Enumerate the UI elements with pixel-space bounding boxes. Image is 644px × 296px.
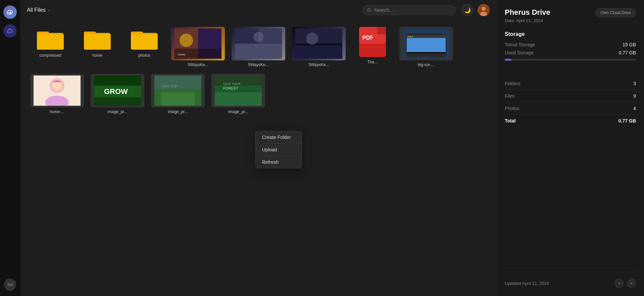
svg-text:PDF: PDF	[362, 35, 373, 41]
main-content: All Files › 🌙	[20, 0, 496, 296]
panel-nav-buttons: ‹ ›	[614, 279, 636, 288]
search-input[interactable]	[374, 7, 451, 13]
folder-photos[interactable]: photos	[124, 27, 164, 67]
search-bar	[362, 5, 456, 15]
svg-point-0	[9, 12, 11, 14]
stats-files-value: 9	[633, 93, 636, 99]
context-menu-create-folder[interactable]: Create Folder	[255, 131, 302, 143]
panel-drive-info: Pherus Drive Date: April 21, 2024	[505, 8, 550, 23]
svg-point-38	[411, 36, 413, 37]
panel-header: Pherus Drive Date: April 21, 2024 Own Cl…	[505, 8, 636, 23]
own-cloud-badge[interactable]: Own Cloud Drive	[595, 8, 636, 17]
stats-photos-row: Photos 4	[505, 102, 636, 115]
svg-text:Comic: Comic	[178, 53, 186, 56]
svg-point-37	[409, 36, 411, 37]
panel-date: Date: April 21, 2024	[505, 18, 550, 23]
image-5wayske-1[interactable]: Comic 5WaysKe...	[171, 27, 225, 67]
stats-photos-label: Photos	[505, 106, 519, 111]
panel-drive-name: Pherus Drive	[505, 8, 550, 17]
image-home-girl-label: home-...	[50, 109, 64, 114]
panel-prev-button[interactable]: ‹	[614, 279, 624, 288]
storage-used-label: Used Storage	[505, 50, 534, 55]
storage-total-value: 15 GB	[623, 42, 636, 47]
storage-bar-fill	[505, 59, 511, 61]
folder-photos-label: photos	[138, 53, 150, 58]
file-area: compressed home photos	[20, 20, 496, 296]
folder-home[interactable]: home	[77, 27, 117, 67]
svg-rect-55	[215, 92, 262, 106]
svg-rect-22	[235, 44, 282, 59]
image-forest[interactable]: SAVE YOUR FOREST image_pr...	[211, 74, 265, 114]
folder-photos-icon	[131, 27, 158, 50]
image-forest-thumb: SAVE YOUR FOREST	[211, 74, 265, 107]
svg-rect-58	[215, 76, 262, 86]
panel-updated-text: Updated April 21, 2024	[505, 281, 549, 286]
topbar: All Files › 🌙	[20, 0, 496, 20]
svg-rect-27	[295, 45, 342, 59]
image-grow-label: image_pr...	[107, 109, 127, 114]
storage-section: Storage Totoal Storage 15 GB Used Storag…	[505, 31, 636, 67]
folder-home-icon	[84, 27, 111, 50]
storage-title: Storage	[505, 31, 636, 37]
sidebar-version-badge: 2x1	[4, 279, 16, 291]
image-big-sur-label: big-sur-...	[418, 62, 435, 67]
pdf-icon: PDF	[359, 27, 386, 57]
image-forest-label: image_pr...	[228, 109, 248, 114]
context-menu-upload[interactable]: Upload	[255, 144, 302, 156]
right-panel: Pherus Drive Date: April 21, 2024 Own Cl…	[496, 0, 644, 296]
svg-rect-50	[161, 92, 195, 106]
image-5wayske-1-thumb: Comic	[171, 27, 225, 60]
svg-rect-10	[84, 34, 111, 50]
stats-folders-value: 3	[633, 81, 636, 86]
panel-footer: Updated April 21, 2024 ‹ ›	[505, 272, 636, 288]
stats-files-row: Files 9	[505, 90, 636, 102]
sidebar-cloud-icon[interactable]	[3, 24, 17, 38]
breadcrumb-text[interactable]: All Files	[27, 7, 46, 13]
image-5wayske-3[interactable]: 5WaysKe...	[292, 27, 346, 67]
folder-compressed-label: compressed	[39, 53, 61, 58]
sidebar: 2x1	[0, 0, 20, 296]
theme-toggle-button[interactable]: 🌙	[461, 4, 474, 16]
breadcrumb-arrow-icon: ›	[48, 7, 50, 13]
search-icon	[367, 8, 371, 12]
stats-section: Folders 3 Files 9 Photos 4 Total 0.77 GB	[505, 78, 636, 127]
sidebar-bottom: 2x1	[4, 279, 16, 291]
svg-rect-34	[407, 35, 446, 54]
svg-rect-39	[407, 52, 446, 54]
breadcrumb: All Files ›	[27, 7, 50, 13]
storage-bar	[505, 59, 636, 61]
svg-point-16	[180, 34, 193, 47]
context-menu-refresh[interactable]: Refresh	[255, 156, 302, 168]
app-logo[interactable]	[3, 5, 17, 19]
folder-compressed[interactable]: compressed	[30, 27, 70, 67]
image-5wayske-1-label: 5WaysKe...	[188, 62, 208, 67]
image-big-sur[interactable]: big-sur-...	[399, 27, 453, 67]
svg-point-3	[482, 7, 486, 11]
image-5wayske-2[interactable]: 5WaysKe...	[232, 27, 285, 67]
svg-rect-52	[154, 76, 201, 89]
svg-text:FOREST: FOREST	[223, 86, 238, 90]
image-nature-label: image_pr...	[168, 109, 188, 114]
storage-used-value: 0.77 GB	[619, 50, 636, 55]
pdf-file-label: The...	[367, 60, 378, 64]
svg-rect-13	[131, 34, 158, 50]
panel-next-button[interactable]: ›	[627, 279, 636, 288]
svg-rect-25	[295, 29, 342, 44]
image-home-girl[interactable]: home-...	[30, 74, 84, 114]
svg-point-26	[306, 33, 318, 45]
folder-compressed-icon	[37, 27, 64, 50]
context-menu: Create Folder Upload Refresh	[255, 131, 302, 168]
image-grow-thumb: GROW	[91, 74, 144, 107]
image-5wayske-3-label: 5WaysKe...	[309, 62, 329, 67]
pdf-file[interactable]: PDF The...	[352, 27, 393, 67]
image-nature[interactable]: SAVE OUR image_pr...	[151, 74, 205, 114]
folder-home-label: home	[92, 53, 102, 58]
image-grow[interactable]: GROW image_pr...	[91, 74, 144, 114]
user-avatar[interactable]	[478, 4, 490, 16]
topbar-actions: 🌙	[461, 4, 490, 16]
svg-point-23	[253, 32, 263, 42]
svg-rect-47	[94, 97, 141, 106]
storage-total-row: Totoal Storage 15 GB	[505, 42, 636, 47]
storage-total-label: Totoal Storage	[505, 42, 535, 47]
stats-total-row: Total 0.77 GB	[505, 115, 636, 127]
